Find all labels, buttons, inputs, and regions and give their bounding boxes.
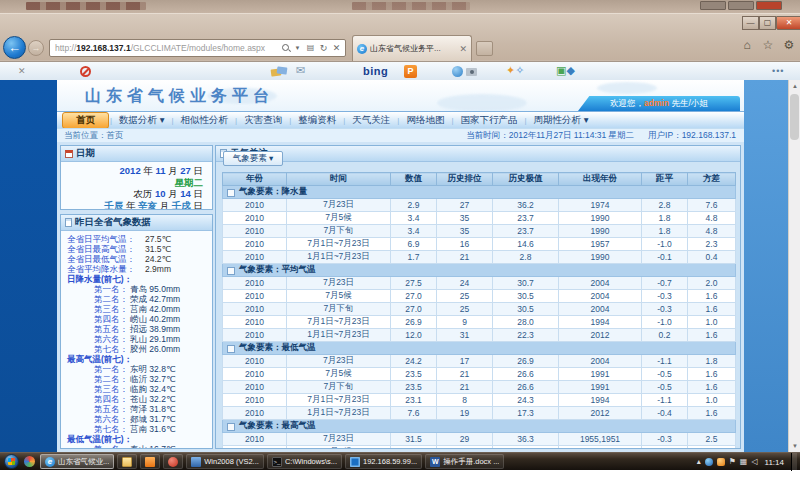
table-row: 20107月1日~7月23日23.1824.31994-1.11.0 [223,394,736,407]
table-cell: 1月1日~7月23日 [287,251,391,264]
quick-launch-icon[interactable] [24,456,35,467]
yesterday-body: 全省日平均气温：27.5℃全省日最高气温：31.5℃全省日最低气温：24.2℃全… [61,231,212,449]
browser-window: — ▢ ✕ ← → http://192.168.137.1/GLCCLIMAT… [0,13,800,80]
table-cell: 7月23日 [287,433,391,446]
search-icon[interactable] [282,44,290,52]
table-cell: 2010 [223,251,287,264]
page-content: 日期 2012 年 11 月 27 日星期二农历 10 月 14 日壬辰 年 辛… [57,142,744,452]
table-cell: 4.8 [688,212,736,225]
scrollbar-down-button[interactable]: ▼ [789,440,800,452]
back-button[interactable]: ← [3,36,26,59]
cards-icon[interactable] [271,67,289,77]
bing-logo[interactable]: bing [363,65,388,77]
table-cell: 2.3 [688,238,736,251]
messenger-icon[interactable] [452,66,463,77]
volume-icon[interactable]: ◁ [751,453,757,471]
forward-button[interactable]: → [28,40,44,56]
blocker-icon[interactable] [80,66,91,77]
flag-icon[interactable]: ⚑ [729,453,736,471]
start-button[interactable] [4,454,19,469]
refresh-button[interactable]: ↻ [317,40,330,56]
calendar-panel-header: 日期 [61,146,212,162]
scrollbar-thumb[interactable] [790,94,799,140]
nav-separator: | [524,116,526,125]
nav-item-2[interactable]: 数据分析 ▾ [113,113,170,128]
compatibility-view-icon[interactable]: ▤ [304,40,317,56]
taskbar-button-8[interactable]: W操作手册.docx ... [425,454,504,469]
taskbar-clock[interactable]: 11:14 [765,458,784,467]
nav-item-4[interactable]: 灾害查询 [238,113,288,128]
scrollbar-up-button[interactable]: ▲ [789,80,800,92]
nav-item-7[interactable]: 网络地图 [400,113,450,128]
rank-section-heading-2: 最高气温(前七)： [67,354,208,364]
table-cell: 31.5 [391,433,437,446]
group-row-1[interactable]: 气象要素：降水量 [223,186,736,199]
taskbar-button-7[interactable]: 192.168.59.99... [345,454,422,469]
close-button[interactable]: ✕ [776,16,800,30]
status-ip: 用户IP：192.168.137.1 [648,130,736,142]
bg-minimize-button[interactable] [700,1,726,10]
table-cell: 30.5 [493,290,559,303]
table-cell: 1955,1951 [559,433,642,446]
table-cell: -0.1 [642,251,688,264]
group-row-3[interactable]: 气象要素：最低气温 [223,342,736,355]
nav-item-9[interactable]: 周期性分析 ▾ [528,113,595,128]
nav-item-3[interactable]: 相似性分析 [175,113,235,128]
table-row: 20107月1日~7月23日6.91614.61957-1.02.3 [223,238,736,251]
nav-item-8[interactable]: 国家下行产品 [454,113,523,128]
table-cell: 7月5候 [287,212,391,225]
rank-line: 第三名：莒南 42.0mm [67,304,208,314]
element-selector-button[interactable]: 气象要素 ▾ [223,151,283,166]
table-cell: 21 [437,251,493,264]
toolbar-close-icon[interactable]: ✕ [18,66,26,76]
taskbar-button-1[interactable]: e山东省气候业... [40,454,114,469]
calendar-panel-title: 日期 [76,147,95,160]
new-tab-button[interactable] [476,41,493,56]
table-cell: -0.5 [642,368,688,381]
taskbar-button-4[interactable] [163,454,183,469]
security-icon[interactable] [717,458,725,466]
address-bar[interactable]: http://192.168.137.1/GLCCLIMATE/modules/… [49,39,346,57]
table-cell: 27.5 [391,277,437,290]
group-row-2[interactable]: 气象要素：平均气温 [223,264,736,277]
table-header-cell: 时间 [287,173,391,186]
camera-icon[interactable] [466,68,477,76]
nav-item-6[interactable]: 天气关注 [346,113,396,128]
minimize-button[interactable]: — [742,16,759,30]
p-app-icon[interactable]: P [404,65,417,78]
taskbar-button-5[interactable]: Win2008 (VS2... [186,454,264,469]
toolbar-more-icon[interactable]: ••• [772,66,784,76]
table-cell: 1.7 [391,251,437,264]
table-row: 20107月5候27.02530.52004-0.31.6 [223,290,736,303]
taskbar-button-3[interactable] [140,454,160,469]
bg-maximize-button[interactable] [728,1,754,10]
favorites-sparkle-icon[interactable]: ✦✧ [506,64,524,77]
hidden-icons-arrow-icon[interactable]: ▴ [697,453,701,471]
taskbar-button-2[interactable] [117,454,137,469]
browser-tab[interactable]: e 山东省气候业务平... ✕ [352,35,472,61]
favorites-star-icon[interactable]: ☆ [761,38,775,52]
rank-line: 第四名：崂山 40.2mm [67,314,208,324]
mail-icon[interactable]: ✉ [296,64,305,77]
table-header-row: 年份时间数值历史排位历史极值出现年份距平方差 [223,173,736,186]
search-dropdown-arrow-icon[interactable]: ▼ [291,40,304,56]
group-row-4[interactable]: 气象要素：最高气温 [223,420,736,433]
tab-close-icon[interactable]: ✕ [459,44,467,54]
stop-button[interactable]: ✕ [330,40,343,56]
network-icon[interactable]: ▦ [740,453,748,471]
bg-close-button[interactable] [756,1,782,10]
update-icon[interactable] [705,458,713,466]
nav-item-1[interactable]: 首页 [62,112,109,129]
taskbar-button-6[interactable]: >_C:\Windows\s... [267,454,342,469]
plugin-icon[interactable]: ▣◆ [556,64,575,77]
scrollbar-track[interactable]: ▲ ▼ [788,80,800,452]
settings-gear-icon[interactable]: ⚙ [782,38,796,52]
show-desktop-button[interactable] [791,453,797,471]
summary-line-4: 全省平均降水量：2.9mm [67,264,208,274]
home-icon[interactable]: ⌂ [740,38,754,52]
table-cell: 1951 [559,446,642,450]
maximize-button[interactable]: ▢ [759,16,776,30]
rank-section-heading-3: 最低气温(前七)： [67,434,208,444]
nav-item-5[interactable]: 整编资料 [292,113,342,128]
rank-line: 第一名：青岛 95.0mm [67,284,208,294]
